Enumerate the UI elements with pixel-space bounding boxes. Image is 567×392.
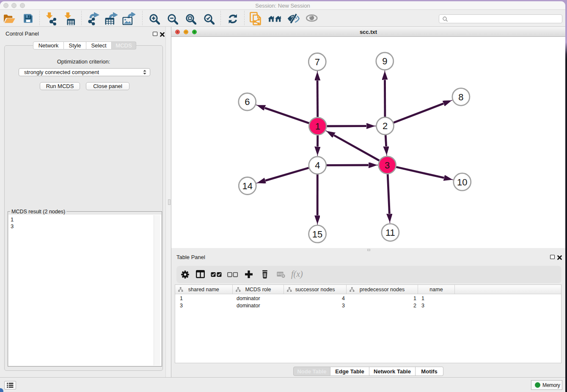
svg-text:9: 9: [382, 56, 387, 66]
svg-text:15: 15: [312, 229, 322, 240]
svg-text:4: 4: [315, 160, 320, 171]
svg-text:2: 2: [383, 121, 388, 131]
svg-text:7: 7: [315, 57, 320, 67]
svg-text:6: 6: [245, 97, 250, 107]
svg-text:3: 3: [385, 160, 390, 171]
svg-text:11: 11: [385, 227, 395, 238]
svg-text:14: 14: [242, 181, 253, 191]
svg-text:8: 8: [458, 92, 463, 102]
svg-text:10: 10: [457, 177, 467, 188]
svg-text:1: 1: [315, 121, 320, 132]
